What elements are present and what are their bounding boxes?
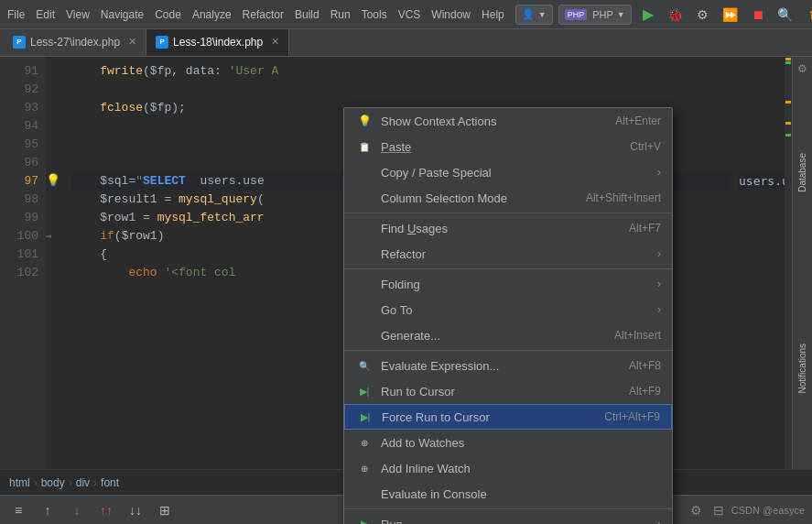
menu-vcs[interactable]: VCS — [398, 8, 421, 21]
cm-run-cursor-icon: ▶| — [355, 382, 374, 400]
profile-button[interactable]: ⏩ — [720, 5, 742, 25]
cm-folding-icon — [355, 275, 374, 293]
chevron-down-icon: ▼ — [617, 10, 625, 19]
cm-refactor-icon — [355, 245, 374, 263]
tab-less18-label: Less-18\index.php — [173, 36, 263, 49]
cm-run-to-cursor[interactable]: ▶| Run to Cursor Alt+F9 — [344, 378, 672, 404]
menu-view[interactable]: View — [66, 8, 90, 21]
line-num-93: 93 — [0, 99, 38, 117]
search-button[interactable]: 🔍 — [774, 5, 796, 25]
bt-scroll-bottom-button[interactable]: ↓↓ — [125, 500, 146, 520]
stop-button[interactable]: ⏹ — [747, 5, 769, 25]
database-panel-label[interactable]: Database — [797, 147, 807, 198]
main-toolbar: File Edit View Navigate Code Analyze Ref… — [0, 0, 812, 29]
bulb-gutter-icon[interactable]: 💡 — [46, 172, 64, 191]
menu-edit[interactable]: Edit — [36, 8, 55, 21]
bt-menu-button[interactable]: ≡ — [7, 500, 29, 520]
cm-find-icon — [355, 219, 374, 237]
menu-file[interactable]: File — [7, 8, 25, 21]
cm-folding-arrow-icon: › — [657, 278, 661, 290]
cm-copy-paste-special[interactable]: Copy / Paste Special › — [344, 159, 672, 185]
menu-help[interactable]: Help — [482, 8, 504, 21]
breadcrumb-font[interactable]: font — [101, 476, 119, 489]
breadcrumb-div[interactable]: div — [76, 476, 90, 489]
menu-navigate[interactable]: Navigate — [101, 8, 144, 21]
tab-less27[interactable]: P Less-27\index.php ✕ — [4, 29, 146, 56]
cm-show-context-actions-label: Show Context Actions — [381, 115, 604, 128]
menu-window[interactable]: Window — [431, 8, 471, 21]
menu-analyze[interactable]: Analyze — [192, 8, 232, 21]
update-button[interactable]: ⬆ — [802, 5, 812, 25]
menu-code[interactable]: Code — [155, 8, 181, 21]
line-num-95: 95 — [0, 136, 38, 154]
cm-show-context-actions[interactable]: 💡 Show Context Actions Alt+Enter — [344, 108, 672, 134]
cm-run[interactable]: ▶ Run › — [344, 511, 672, 524]
php-label: PHP — [592, 9, 613, 20]
cm-run-cursor-shortcut: Alt+F9 — [629, 385, 661, 398]
scroll-mark-yellow-2 — [785, 122, 791, 125]
tab-less18-close[interactable]: ✕ — [271, 36, 279, 48]
cm-evaluate-console[interactable]: Evaluate in Console — [344, 481, 672, 507]
cm-go-to-label: Go To — [381, 303, 650, 317]
cm-generate[interactable]: Generate... Alt+Insert — [344, 322, 672, 348]
cm-goto-arrow-icon: › — [657, 303, 661, 316]
cm-column-selection-label: Column Selection Mode — [381, 191, 575, 205]
run-button[interactable]: ▶ — [637, 5, 659, 25]
bt-scroll-top-button[interactable]: ↑↑ — [95, 500, 117, 520]
breadcrumb-body[interactable]: body — [41, 476, 65, 489]
panel-toggle-button[interactable]: ⊟ — [713, 503, 724, 518]
cm-column-selection[interactable]: Column Selection Mode Alt+Shift+Insert — [344, 185, 672, 211]
cm-add-to-watches[interactable]: ⊕ Add to Watches — [344, 430, 672, 455]
cm-add-watches-label: Add to Watches — [381, 436, 661, 450]
cm-run-arrow-icon: › — [657, 518, 661, 524]
cm-run-to-cursor-label: Run to Cursor — [381, 385, 618, 398]
cm-copy-paste-label: Copy / Paste Special — [381, 166, 650, 180]
scroll-mark-green-2 — [785, 134, 791, 136]
tabbar-end: ✔ 5 ▲ ▼ — [289, 29, 812, 56]
breadcrumb-sep-1: › — [34, 476, 38, 489]
user-button[interactable]: 👤 ▼ — [515, 5, 553, 25]
menu-bar: File Edit View Navigate Code Analyze Ref… — [7, 8, 504, 21]
breadcrumb-sep-2: › — [69, 476, 72, 489]
cm-inline-watch-icon: ⊕ — [355, 459, 374, 477]
menu-build[interactable]: Build — [295, 8, 319, 21]
line-num-101: 101 — [0, 246, 38, 264]
bt-scroll-down-button[interactable]: ↓ — [66, 500, 88, 520]
bulb-icon: 💡 — [355, 112, 374, 130]
php-selector[interactable]: PHP PHP ▼ — [558, 5, 632, 25]
settings-button[interactable]: ⚙ — [795, 60, 811, 77]
cm-go-to[interactable]: Go To › — [344, 297, 672, 322]
debug-button[interactable]: 🐞 — [665, 5, 687, 25]
coverage-button[interactable]: ⚙ — [692, 5, 714, 25]
menu-refactor[interactable]: Refactor — [243, 8, 284, 21]
cm-find-usages[interactable]: Find Usages Alt+F7 — [344, 215, 672, 241]
cm-add-inline-watch[interactable]: ⊕ Add Inline Watch — [344, 455, 672, 481]
tab-less18[interactable]: P Less-18\index.php ✕ — [146, 29, 289, 56]
line-numbers: 91 92 93 94 95 96 97 98 99 100 101 102 — [0, 57, 46, 469]
bt-scroll-up-button[interactable]: ↑ — [37, 500, 59, 520]
cm-inline-watch-label: Add Inline Watch — [381, 462, 661, 475]
cm-evaluate-shortcut: Alt+F8 — [629, 359, 661, 372]
breadcrumb-html[interactable]: html — [9, 476, 30, 489]
tab-less27-close[interactable]: ✕ — [128, 36, 136, 48]
bt-grid-button[interactable]: ⊞ — [154, 500, 176, 520]
line-num-100: 100 — [0, 227, 38, 246]
cm-evaluate-expression[interactable]: 🔍 Evaluate Expression... Alt+F8 — [344, 353, 672, 378]
cm-copy-icon — [355, 163, 374, 181]
settings-gear-button[interactable]: ⚙ — [690, 503, 702, 518]
cm-refactor[interactable]: Refactor › — [344, 241, 672, 267]
menu-run[interactable]: Run — [330, 8, 351, 21]
notifications-panel-label[interactable]: Notifications — [797, 338, 807, 398]
line-num-98: 98 — [0, 191, 38, 209]
scroll-mark-green — [785, 61, 791, 64]
watermark-text: CSDN @easyce — [731, 505, 805, 516]
menu-tools[interactable]: Tools — [362, 8, 387, 21]
cm-console-icon — [355, 485, 374, 503]
cm-paste[interactable]: 📋 Paste Ctrl+V — [344, 134, 672, 159]
cm-find-shortcut: Alt+F7 — [629, 222, 661, 235]
cm-force-run-to-cursor[interactable]: ▶| Force Run to Cursor Ctrl+Alt+F9 — [344, 404, 672, 430]
cm-folding[interactable]: Folding › — [344, 271, 672, 297]
cm-evaluate-console-label: Evaluate in Console — [381, 487, 661, 501]
line-num-94: 94 — [0, 117, 38, 136]
arrow-gutter-icon: ⇒ — [46, 227, 64, 246]
